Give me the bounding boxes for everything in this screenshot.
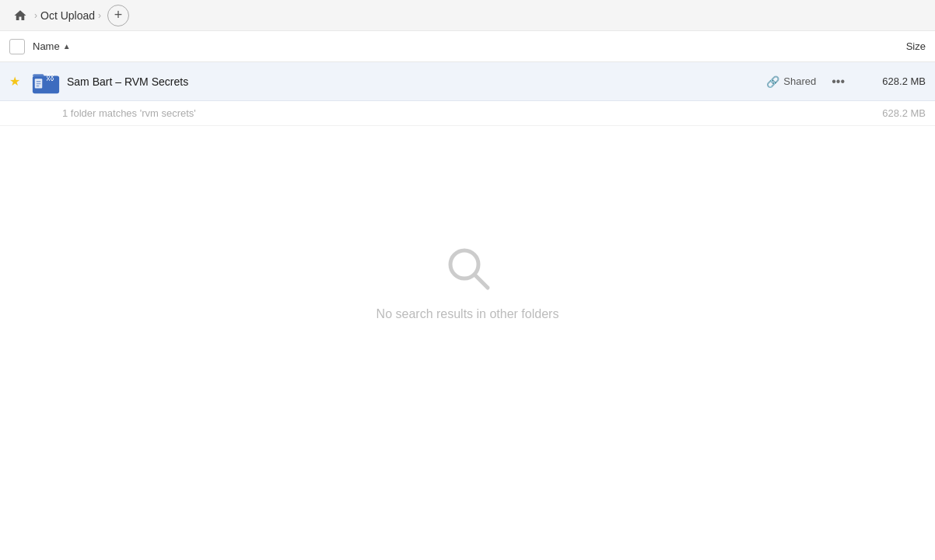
shared-label: Shared <box>783 75 816 87</box>
shared-badge: 🔗 Shared <box>766 75 816 88</box>
svg-rect-5 <box>37 85 40 86</box>
file-list-item[interactable]: ★ ⛓ Sam Bart – RVM Secrets 🔗 Shared ••• … <box>0 62 935 101</box>
name-column-header[interactable]: Name ▲ <box>33 40 863 52</box>
empty-state: No search results in other folders <box>0 126 935 437</box>
size-column-header: Size <box>863 40 926 52</box>
add-button[interactable]: + <box>107 5 129 26</box>
svg-rect-3 <box>37 81 41 82</box>
matches-text: 1 folder matches 'rvm secrets' <box>62 107 196 119</box>
more-options-button[interactable]: ••• <box>828 72 848 92</box>
link-icon: 🔗 <box>766 75 779 88</box>
breadcrumb-bar: › Oct Upload › + <box>0 0 935 31</box>
breadcrumb-separator-1: › <box>34 10 37 21</box>
matches-info-row: 1 folder matches 'rvm secrets' 628.2 MB <box>0 101 935 126</box>
home-button[interactable] <box>9 5 31 26</box>
file-name-label: Sam Bart – RVM Secrets <box>67 75 766 88</box>
folder-icon-svg: ⛓ <box>31 67 61 96</box>
search-empty-icon <box>443 243 492 295</box>
column-header-row: Name ▲ Size <box>0 31 935 62</box>
breadcrumb-separator-2: › <box>98 10 101 21</box>
sort-arrow-icon: ▲ <box>63 42 71 51</box>
file-size-value: 628.2 MB <box>863 75 926 87</box>
breadcrumb-folder[interactable]: Oct Upload <box>40 9 95 22</box>
matches-size: 628.2 MB <box>882 107 926 119</box>
name-column-label: Name <box>33 40 60 52</box>
svg-line-7 <box>475 275 488 288</box>
folder-icon: ⛓ <box>31 67 61 96</box>
svg-text:⛓: ⛓ <box>46 72 54 82</box>
no-results-message: No search results in other folders <box>376 307 559 321</box>
home-icon <box>13 9 27 23</box>
star-icon[interactable]: ★ <box>9 74 25 89</box>
svg-rect-4 <box>37 82 41 83</box>
select-all-checkbox[interactable] <box>9 39 25 54</box>
